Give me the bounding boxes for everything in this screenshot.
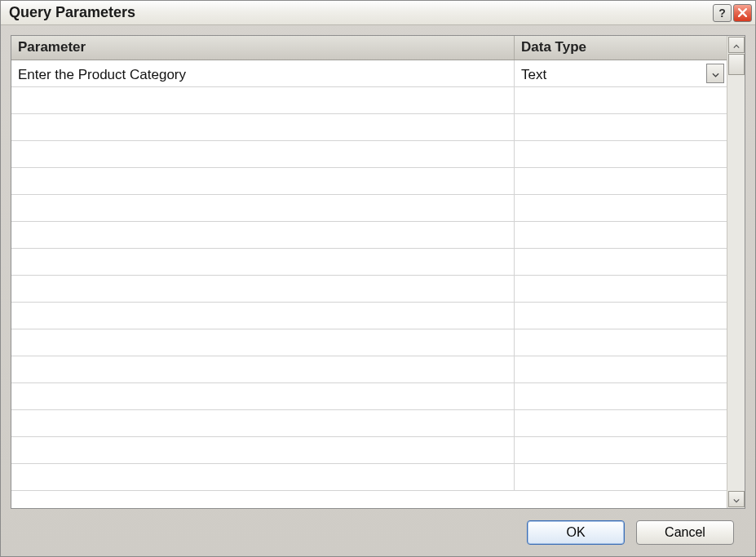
help-button[interactable]: ? <box>713 4 732 22</box>
table-row <box>11 410 727 437</box>
data-type-cell[interactable] <box>515 195 727 221</box>
data-type-cell[interactable] <box>515 249 727 275</box>
table-row <box>11 87 727 114</box>
help-icon: ? <box>718 7 726 19</box>
data-type-cell[interactable] <box>515 356 727 382</box>
table-row <box>11 249 727 276</box>
parameter-cell[interactable] <box>11 383 515 409</box>
parameter-cell[interactable] <box>11 410 515 436</box>
chevron-down-icon <box>733 491 740 507</box>
query-parameters-dialog: Query Parameters ? Parameter Data Type E… <box>0 0 756 557</box>
parameter-cell[interactable] <box>11 222 515 248</box>
parameter-cell[interactable] <box>11 141 515 167</box>
table-row <box>11 303 727 329</box>
column-header-parameter[interactable]: Parameter <box>11 36 515 60</box>
dialog-footer: OK Cancel <box>11 509 745 556</box>
scroll-thumb[interactable] <box>728 54 745 75</box>
parameter-cell-text: Enter the Product Category <box>18 67 186 83</box>
parameter-cell[interactable] <box>11 249 515 275</box>
table-row <box>11 114 727 141</box>
data-type-cell[interactable] <box>515 168 727 194</box>
vertical-scrollbar[interactable] <box>727 36 745 508</box>
title-bar: Query Parameters ? <box>1 1 755 25</box>
data-type-cell[interactable] <box>515 383 727 409</box>
parameter-cell[interactable]: Enter the Product Category <box>11 60 515 86</box>
table-row <box>11 276 727 303</box>
grid-header: Parameter Data Type <box>11 36 727 60</box>
parameter-cell[interactable] <box>11 87 515 113</box>
ok-button[interactable]: OK <box>527 520 625 545</box>
scroll-track[interactable] <box>728 54 745 490</box>
parameter-cell[interactable] <box>11 303 515 329</box>
table-row <box>11 356 727 383</box>
data-type-cell[interactable]: Text <box>515 60 727 86</box>
dialog-content: Parameter Data Type Enter the Product Ca… <box>1 25 755 556</box>
close-icon <box>738 7 747 19</box>
table-row <box>11 437 727 464</box>
window-title: Query Parameters <box>9 4 711 21</box>
table-row <box>11 141 727 168</box>
close-button[interactable] <box>733 4 752 22</box>
table-row <box>11 168 727 195</box>
parameter-cell[interactable] <box>11 437 515 463</box>
table-row <box>11 464 727 491</box>
table-row <box>11 329 727 356</box>
parameter-cell[interactable] <box>11 329 515 356</box>
table-row <box>11 195 727 222</box>
parameter-cell[interactable] <box>11 464 515 490</box>
parameter-cell[interactable] <box>11 276 515 302</box>
data-type-cell[interactable] <box>515 410 727 436</box>
data-type-cell[interactable] <box>515 276 727 302</box>
parameter-cell[interactable] <box>11 356 515 382</box>
data-type-cell[interactable] <box>515 303 727 329</box>
data-type-cell[interactable] <box>515 222 727 248</box>
chevron-down-icon <box>712 65 719 82</box>
data-type-dropdown-button[interactable] <box>706 64 724 83</box>
data-type-cell-text: Text <box>521 67 546 83</box>
data-type-cell[interactable] <box>515 114 727 140</box>
data-type-cell[interactable] <box>515 87 727 113</box>
parameter-cell[interactable] <box>11 168 515 194</box>
scroll-up-button[interactable] <box>728 37 745 53</box>
data-type-cell[interactable] <box>515 329 727 356</box>
parameter-cell[interactable] <box>11 114 515 140</box>
chevron-up-icon <box>733 37 740 53</box>
grid-body: Enter the Product CategoryText <box>11 60 727 508</box>
parameter-grid-wrap: Parameter Data Type Enter the Product Ca… <box>11 35 745 509</box>
scroll-down-button[interactable] <box>728 491 745 507</box>
parameter-cell[interactable] <box>11 195 515 221</box>
column-header-data-type[interactable]: Data Type <box>515 36 727 60</box>
data-type-cell[interactable] <box>515 437 727 463</box>
data-type-cell[interactable] <box>515 464 727 490</box>
data-type-cell[interactable] <box>515 141 727 167</box>
table-row <box>11 222 727 249</box>
table-row: Enter the Product CategoryText <box>11 60 727 87</box>
cancel-button[interactable]: Cancel <box>636 520 734 545</box>
table-row <box>11 383 727 410</box>
parameter-grid: Parameter Data Type Enter the Product Ca… <box>11 36 727 508</box>
